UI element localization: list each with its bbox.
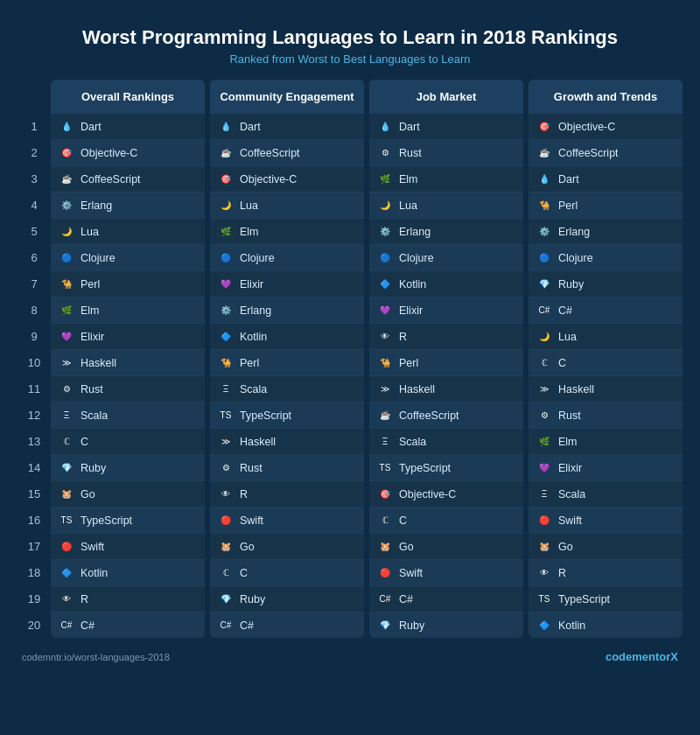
lang-name: Elixir [80, 331, 104, 343]
lang-name: Perl [399, 357, 418, 369]
rank-number: 14 [18, 454, 51, 480]
lang-name: Perl [240, 357, 259, 369]
elixir-icon: 💜 [376, 302, 394, 319]
lang-name: Scala [80, 410, 108, 422]
lang-name: TypeScript [80, 514, 132, 527]
table-row: 🔷Kotlin [369, 270, 523, 297]
c#-icon: C# [376, 591, 394, 608]
clojure-icon: 🔵 [536, 249, 553, 267]
kotlin-icon: 🔷 [58, 564, 75, 582]
lang-name: Swift [558, 514, 582, 527]
coffeescript-icon: ☕ [376, 407, 394, 424]
erlang-icon: ⚙️ [58, 197, 75, 214]
kotlin-icon: 🔷 [536, 617, 553, 634]
lang-name: Objective-C [399, 488, 456, 500]
table-row: ΞScala [210, 375, 364, 402]
rank-number: 1 [18, 113, 51, 139]
lang-name: Haskell [80, 357, 116, 369]
lang-name: CoffeeScript [399, 410, 459, 422]
columns-wrapper: Overall Rankings💧Dart🎯Objective-C☕Coffee… [51, 80, 682, 638]
table-row: 🎯Objective-C [369, 480, 523, 507]
rust-icon: ⚙ [536, 407, 553, 424]
lang-name: Go [558, 541, 573, 553]
go-icon: 🐹 [376, 538, 394, 556]
table-row: TSTypeScript [210, 402, 364, 428]
table-row: 👁R [51, 585, 205, 612]
table-row: 👁R [369, 323, 523, 349]
column-1: Community Engagement💧Dart☕CoffeeScript🎯O… [210, 80, 364, 638]
lang-name: Haskell [558, 383, 594, 396]
table-row: ☕CoffeeScript [210, 139, 364, 165]
table-row: 🔴Swift [528, 507, 682, 533]
table-row: 🎯Objective-C [210, 165, 364, 192]
lang-name: Scala [240, 383, 267, 396]
ruby-icon: 💎 [58, 459, 75, 477]
footer-brand-x: X [670, 650, 678, 663]
table-row: 🌿Elm [210, 218, 364, 244]
page-subtitle: Ranked from Worst to Best Languages to L… [18, 52, 682, 66]
lang-name: Scala [399, 436, 426, 448]
lang-name: Lua [80, 226, 99, 238]
lang-name: Ruby [558, 278, 584, 290]
table-row: 🐹Go [369, 533, 523, 559]
lang-name: Elixir [399, 304, 423, 317]
r-icon: 👁 [58, 591, 75, 608]
column-2: Job Market💧Dart⚙Rust🌿Elm🌙Lua⚙️Erlang🔵Clo… [369, 80, 523, 638]
col-header-3: Growth and Trends [528, 80, 682, 113]
clojure-icon: 🔵 [376, 249, 394, 267]
haskell-icon: ≫ [376, 381, 394, 398]
coffeescript-icon: ☕ [217, 144, 234, 162]
rank-number: 20 [18, 612, 51, 638]
lang-name: C# [240, 620, 254, 632]
r-icon: 👁 [376, 328, 394, 346]
clojure-icon: 🔵 [58, 249, 75, 267]
scala-icon: Ξ [536, 486, 553, 503]
rank-number: 5 [18, 218, 51, 244]
typescript-icon: TS [536, 591, 553, 608]
lang-name: C [80, 436, 88, 448]
table-row: ≫Haskell [51, 349, 205, 375]
table-row: 🔴Swift [51, 533, 205, 559]
r-icon: 👁 [536, 564, 553, 582]
rank-number: 7 [18, 270, 51, 297]
go-icon: 🐹 [217, 538, 234, 556]
swift-icon: 🔴 [376, 564, 394, 582]
rank-number: 19 [18, 585, 51, 612]
table-row: 🔷Kotlin [51, 559, 205, 585]
table-row: 🔷Kotlin [528, 612, 682, 638]
c-icon: ℂ [376, 512, 394, 529]
lang-name: Clojure [558, 252, 593, 264]
objective-c-icon: 🎯 [58, 144, 75, 162]
table-row: 🐹Go [528, 533, 682, 559]
go-icon: 🐹 [536, 538, 553, 556]
haskell-icon: ≫ [58, 354, 75, 372]
swift-icon: 🔴 [58, 538, 75, 556]
coffeescript-icon: ☕ [58, 171, 75, 188]
lua-icon: 🌙 [376, 197, 394, 214]
lang-name: Go [399, 541, 414, 553]
table-row: 🐹Go [51, 480, 205, 507]
table-row: ℂC [51, 428, 205, 454]
lang-name: Lua [399, 200, 417, 212]
table-row: 💜Elixir [369, 297, 523, 323]
lang-name: Swift [399, 567, 423, 579]
table-row: ≫Haskell [369, 375, 523, 402]
lang-name: Erlang [80, 200, 112, 212]
table-row: 🐪Perl [369, 349, 523, 375]
lang-name: Clojure [80, 252, 116, 264]
table-row: ⚙Rust [51, 375, 205, 402]
lang-name: C [399, 514, 407, 527]
table-row: 👁R [210, 480, 364, 507]
table-row: 🔵Clojure [210, 244, 364, 270]
haskell-icon: ≫ [536, 381, 553, 398]
lang-name: Swift [240, 514, 263, 527]
lang-name: Haskell [399, 383, 435, 396]
column-3: Growth and Trends🎯Objective-C☕CoffeeScri… [528, 80, 682, 638]
c#-icon: C# [58, 617, 75, 634]
typescript-icon: TS [58, 512, 75, 529]
c#-icon: C# [536, 302, 553, 319]
elm-icon: 🌿 [58, 302, 75, 319]
elixir-icon: 💜 [536, 459, 553, 477]
table-row: 💜Elixir [528, 454, 682, 480]
table-row: ≫Haskell [210, 428, 364, 454]
